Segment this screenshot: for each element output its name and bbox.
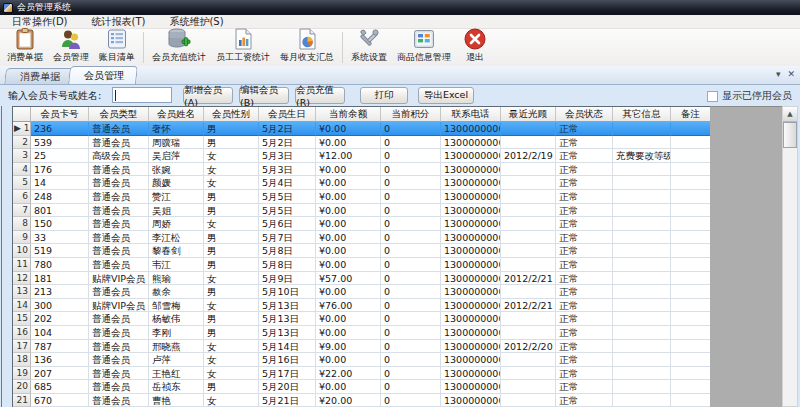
cell-birthday[interactable]: 5月7日 bbox=[259, 231, 316, 245]
cell-birthday[interactable]: 5月5日 bbox=[259, 204, 316, 218]
cell-last_visit[interactable] bbox=[501, 258, 556, 272]
row-selector[interactable]: 17 bbox=[13, 340, 31, 354]
cell-note[interactable] bbox=[671, 122, 710, 136]
edit-member-button[interactable]: 编辑会员(B) bbox=[239, 87, 289, 104]
row-selector[interactable]: 4 bbox=[13, 163, 31, 177]
column-header-note[interactable]: 备注 bbox=[671, 107, 710, 122]
cell-points[interactable]: 0 bbox=[381, 394, 441, 407]
cell-birthday[interactable]: 5月21日 bbox=[259, 394, 316, 407]
cell-name[interactable]: 王艳红 bbox=[149, 367, 204, 381]
cell-note[interactable] bbox=[671, 394, 710, 407]
cell-points[interactable]: 0 bbox=[381, 244, 441, 258]
row-selector[interactable]: 12 bbox=[13, 272, 31, 286]
cell-name[interactable]: 熊瑜 bbox=[149, 272, 204, 286]
cell-card[interactable]: 33 bbox=[31, 231, 89, 245]
cell-status[interactable]: 正常 bbox=[556, 394, 613, 407]
cell-note[interactable] bbox=[671, 231, 710, 245]
cell-last_visit[interactable] bbox=[501, 353, 556, 367]
cell-type[interactable]: 普通会员 bbox=[89, 340, 149, 354]
cell-points[interactable]: 0 bbox=[381, 285, 441, 299]
cell-birthday[interactable]: 5月4日 bbox=[259, 176, 316, 190]
table-row[interactable]: 18136普通会员卢萍女5月16日¥0.00013000000000正常 bbox=[13, 353, 710, 367]
cell-status[interactable]: 正常 bbox=[556, 149, 613, 163]
cell-last_visit[interactable] bbox=[501, 326, 556, 340]
cell-note[interactable] bbox=[671, 353, 710, 367]
cell-other[interactable] bbox=[613, 312, 671, 326]
cell-note[interactable] bbox=[671, 176, 710, 190]
recharge-member-button[interactable]: 会员充值(R) bbox=[295, 87, 345, 104]
cell-status[interactable]: 正常 bbox=[556, 340, 613, 354]
cell-phone[interactable]: 13000000000 bbox=[441, 312, 501, 326]
table-row[interactable]: 13213普通会员赦余男5月10日¥0.00013000000000正常 bbox=[13, 285, 710, 299]
toolbar-recharge-stats[interactable]: 会员充值统计 bbox=[147, 29, 211, 66]
table-row[interactable]: 11780普通会员韦江男5月8日¥0.00013000000000正常 bbox=[13, 258, 710, 272]
cell-type[interactable]: 普通会员 bbox=[89, 163, 149, 177]
row-selector[interactable]: 2 bbox=[13, 136, 31, 150]
cell-status[interactable]: 正常 bbox=[556, 285, 613, 299]
cell-name[interactable]: 韦江 bbox=[149, 258, 204, 272]
cell-points[interactable]: 0 bbox=[381, 272, 441, 286]
search-input[interactable] bbox=[112, 87, 172, 103]
cell-gender[interactable]: 女 bbox=[204, 163, 259, 177]
cell-status[interactable]: 正常 bbox=[556, 190, 613, 204]
cell-birthday[interactable]: 5月2日 bbox=[259, 122, 316, 136]
tab-dropdown-icon[interactable]: ▾ bbox=[776, 69, 781, 79]
cell-phone[interactable]: 13000000000 bbox=[441, 163, 501, 177]
row-selector[interactable]: 5 bbox=[13, 176, 31, 190]
cell-card[interactable]: 207 bbox=[31, 367, 89, 381]
cell-gender[interactable]: 女 bbox=[204, 176, 259, 190]
cell-name[interactable]: 张婉 bbox=[149, 163, 204, 177]
cell-other[interactable] bbox=[613, 394, 671, 407]
column-header-type[interactable]: 会员类型 bbox=[89, 107, 149, 122]
cell-name[interactable]: 邹雪梅 bbox=[149, 299, 204, 313]
cell-type[interactable]: 普通会员 bbox=[89, 122, 149, 136]
column-header-name[interactable]: 会员姓名 bbox=[149, 107, 204, 122]
toolbar-system-settings[interactable]: 系统设置 bbox=[346, 29, 392, 66]
cell-other[interactable] bbox=[613, 367, 671, 381]
cell-points[interactable]: 0 bbox=[381, 380, 441, 394]
cell-phone[interactable]: 13000000000 bbox=[441, 326, 501, 340]
cell-last_visit[interactable] bbox=[501, 367, 556, 381]
cell-phone[interactable]: 13000000000 bbox=[441, 299, 501, 313]
cell-name[interactable]: 吴启萍 bbox=[149, 149, 204, 163]
cell-other[interactable] bbox=[613, 299, 671, 313]
cell-points[interactable]: 0 bbox=[381, 367, 441, 381]
cell-other[interactable] bbox=[613, 217, 671, 231]
cell-phone[interactable]: 13000000000 bbox=[441, 285, 501, 299]
cell-birthday[interactable]: 5月17日 bbox=[259, 367, 316, 381]
cell-other[interactable] bbox=[613, 272, 671, 286]
cell-gender[interactable]: 男 bbox=[204, 231, 259, 245]
cell-balance[interactable]: ¥0.00 bbox=[316, 136, 381, 150]
cell-points[interactable]: 0 bbox=[381, 258, 441, 272]
cell-gender[interactable]: 女 bbox=[204, 299, 259, 313]
row-selector[interactable]: 21 bbox=[13, 394, 31, 407]
cell-type[interactable]: 普通会员 bbox=[89, 136, 149, 150]
cell-name[interactable]: 吴姐 bbox=[149, 204, 204, 218]
add-member-button[interactable]: 新增会员(A) bbox=[183, 87, 233, 104]
cell-birthday[interactable]: 5月5日 bbox=[259, 190, 316, 204]
cell-name[interactable]: 李刚 bbox=[149, 326, 204, 340]
cell-birthday[interactable]: 5月10日 bbox=[259, 285, 316, 299]
cell-gender[interactable]: 男 bbox=[204, 122, 259, 136]
cell-phone[interactable]: 13000000000 bbox=[441, 217, 501, 231]
cell-name[interactable]: 周骥瑞 bbox=[149, 136, 204, 150]
row-selector[interactable]: 20 bbox=[13, 380, 31, 394]
table-row[interactable]: ▶ 1236普通会员奢怀男5月2日¥0.00013000000000正常 bbox=[13, 122, 710, 136]
cell-status[interactable]: 正常 bbox=[556, 136, 613, 150]
cell-points[interactable]: 0 bbox=[381, 149, 441, 163]
cell-card[interactable]: 519 bbox=[31, 244, 89, 258]
cell-points[interactable]: 0 bbox=[381, 176, 441, 190]
table-row[interactable]: 12181贴牌VIP会员熊瑜女5月9日¥57.00013000000000201… bbox=[13, 272, 710, 286]
cell-phone[interactable]: 13000000000 bbox=[441, 367, 501, 381]
cell-last_visit[interactable] bbox=[501, 380, 556, 394]
cell-gender[interactable]: 男 bbox=[204, 326, 259, 340]
cell-gender[interactable]: 男 bbox=[204, 285, 259, 299]
cell-card[interactable]: 104 bbox=[31, 326, 89, 340]
cell-phone[interactable]: 13000000000 bbox=[441, 122, 501, 136]
cell-gender[interactable]: 男 bbox=[204, 136, 259, 150]
table-row[interactable]: 6248普通会员赞江男5月5日¥0.00013000000000正常 bbox=[13, 190, 710, 204]
cell-type[interactable]: 普通会员 bbox=[89, 353, 149, 367]
cell-other[interactable] bbox=[613, 136, 671, 150]
cell-last_visit[interactable] bbox=[501, 122, 556, 136]
cell-name[interactable]: 卢萍 bbox=[149, 353, 204, 367]
